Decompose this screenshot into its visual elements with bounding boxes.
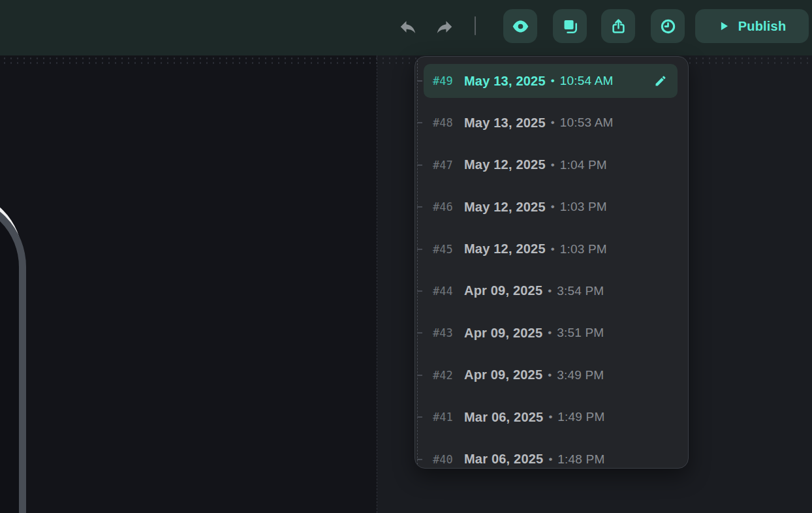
edit-version-button[interactable] bbox=[653, 73, 668, 89]
share-up-arrow-icon bbox=[610, 18, 627, 35]
version-number: #46 bbox=[433, 200, 464, 213]
version-date: Mar 06, 2025 bbox=[464, 410, 543, 425]
version-date: May 13, 2025 bbox=[464, 74, 546, 89]
version-history-panel: #49 May 13, 2025 • 10:54 AM #48 May 13, … bbox=[414, 56, 689, 469]
timeline-tick bbox=[417, 459, 422, 460]
version-row[interactable]: #44 Apr 09, 2025 • 3:54 PM bbox=[424, 274, 678, 308]
pencil-icon bbox=[654, 74, 667, 87]
timeline-tick bbox=[417, 164, 422, 166]
version-date: May 12, 2025 bbox=[464, 241, 546, 256]
dot-grid bbox=[0, 55, 812, 64]
publish-label: Publish bbox=[738, 19, 787, 34]
top-toolbar: Publish bbox=[0, 0, 812, 55]
version-time: 3:54 PM bbox=[557, 284, 604, 298]
version-separator: • bbox=[548, 411, 552, 424]
canvas bbox=[0, 55, 812, 513]
timeline-tick bbox=[417, 80, 422, 82]
version-row[interactable]: #42 Apr 09, 2025 • 3:49 PM bbox=[424, 358, 678, 392]
version-row[interactable]: #45 May 12, 2025 • 1:03 PM bbox=[424, 232, 678, 266]
version-date: Mar 06, 2025 bbox=[464, 452, 543, 467]
version-number: #42 bbox=[433, 369, 464, 382]
version-separator: • bbox=[548, 285, 552, 298]
editor-window: Publish #49 May 13, 2025 • 10:54 AM #48 … bbox=[0, 0, 812, 513]
version-date: May 13, 2025 bbox=[464, 116, 546, 131]
page-frame bbox=[0, 195, 26, 513]
version-date: Apr 09, 2025 bbox=[464, 367, 542, 382]
play-icon bbox=[718, 20, 730, 32]
version-separator: • bbox=[548, 453, 552, 466]
share-button[interactable] bbox=[601, 9, 635, 43]
version-separator: • bbox=[551, 116, 555, 129]
version-date: Apr 09, 2025 bbox=[464, 326, 542, 341]
version-separator: • bbox=[551, 159, 555, 172]
version-separator: • bbox=[551, 200, 555, 213]
canvas-left-pane bbox=[0, 55, 377, 513]
version-row[interactable]: #49 May 13, 2025 • 10:54 AM bbox=[424, 64, 678, 98]
version-number: #48 bbox=[433, 116, 464, 129]
version-timeline bbox=[417, 57, 418, 468]
version-number: #44 bbox=[433, 285, 464, 298]
timeline-tick bbox=[417, 416, 422, 418]
version-separator: • bbox=[551, 243, 555, 256]
version-time: 1:48 PM bbox=[557, 452, 604, 467]
version-number: #47 bbox=[433, 159, 464, 172]
version-row[interactable]: #41 Mar 06, 2025 • 1:49 PM bbox=[424, 400, 678, 434]
version-row[interactable]: #40 Mar 06, 2025 • 1:48 PM bbox=[424, 443, 678, 469]
version-date: May 12, 2025 bbox=[464, 157, 546, 172]
version-row[interactable]: #48 May 13, 2025 • 10:53 AM bbox=[424, 106, 678, 140]
version-time: 3:51 PM bbox=[557, 326, 604, 340]
timeline-tick bbox=[417, 332, 422, 334]
version-time: 1:04 PM bbox=[560, 158, 607, 172]
version-separator: • bbox=[551, 74, 555, 87]
version-number: #43 bbox=[433, 326, 464, 339]
copy-pages-icon bbox=[561, 18, 579, 35]
version-time: 1:49 PM bbox=[557, 410, 604, 424]
undo-button[interactable] bbox=[398, 17, 418, 37]
version-number: #40 bbox=[433, 453, 464, 466]
version-row[interactable]: #47 May 12, 2025 • 1:04 PM bbox=[424, 148, 678, 182]
duplicate-button[interactable] bbox=[553, 9, 587, 43]
version-date: Apr 09, 2025 bbox=[464, 283, 542, 298]
version-time: 1:03 PM bbox=[560, 242, 607, 256]
publish-button[interactable]: Publish bbox=[695, 9, 809, 43]
version-list: #49 May 13, 2025 • 10:54 AM #48 May 13, … bbox=[424, 64, 678, 469]
clock-icon bbox=[659, 18, 677, 35]
timeline-tick bbox=[417, 206, 422, 208]
version-row[interactable]: #46 May 12, 2025 • 1:03 PM bbox=[424, 190, 678, 224]
timeline-tick bbox=[417, 290, 422, 292]
version-number: #41 bbox=[433, 411, 464, 424]
version-number: #49 bbox=[433, 74, 464, 87]
undo-arrow-icon bbox=[398, 17, 418, 37]
toolbar-divider bbox=[475, 16, 476, 35]
version-number: #45 bbox=[433, 243, 464, 256]
version-time: 10:54 AM bbox=[560, 74, 614, 88]
version-row[interactable]: #43 Apr 09, 2025 • 3:51 PM bbox=[424, 316, 678, 350]
history-button[interactable] bbox=[651, 9, 685, 43]
redo-button[interactable] bbox=[435, 17, 454, 37]
version-separator: • bbox=[548, 326, 552, 339]
eye-icon bbox=[512, 18, 529, 35]
version-separator: • bbox=[548, 369, 552, 382]
preview-button[interactable] bbox=[503, 9, 537, 43]
version-time: 1:03 PM bbox=[560, 200, 607, 214]
timeline-tick bbox=[417, 375, 422, 376]
version-date: May 12, 2025 bbox=[464, 200, 546, 215]
redo-arrow-icon bbox=[435, 17, 454, 37]
canvas-divider bbox=[377, 55, 377, 513]
timeline-tick bbox=[417, 122, 422, 123]
version-time: 3:49 PM bbox=[557, 368, 604, 382]
version-time: 10:53 AM bbox=[560, 116, 614, 130]
timeline-tick bbox=[417, 249, 422, 250]
